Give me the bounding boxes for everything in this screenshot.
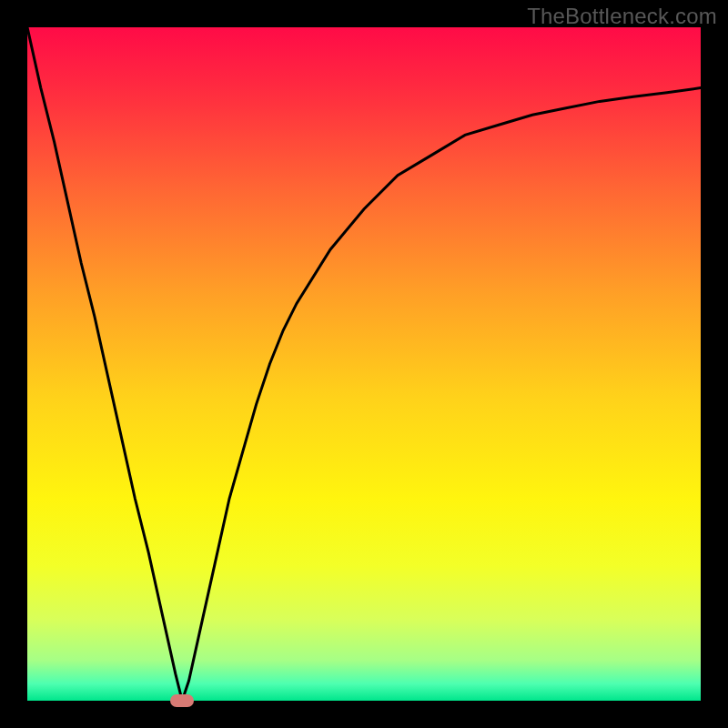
watermark-text: TheBottleneck.com (527, 4, 717, 29)
chart-frame (27, 27, 701, 701)
bottleneck-chart (27, 27, 701, 701)
optimal-point-marker (170, 694, 194, 707)
gradient-background (27, 27, 701, 701)
